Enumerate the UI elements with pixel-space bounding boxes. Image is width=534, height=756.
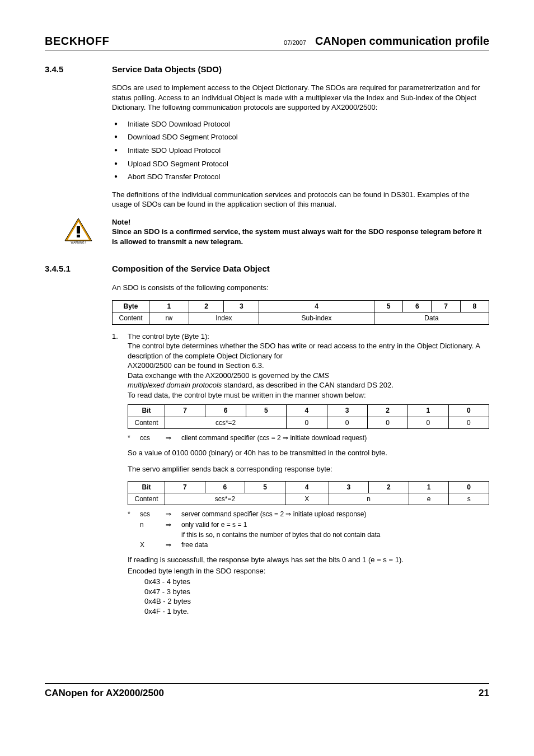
item-body: AX2000/2500 can be found in Section 6.3. — [128, 361, 489, 371]
table-header: 2 — [369, 482, 409, 493]
paragraph: So a value of 0100 0000 (binary) or 40h … — [128, 448, 489, 458]
list-item: Abort SDO Transfer Protocol — [112, 172, 489, 182]
item-number: 1. — [112, 332, 128, 400]
item-title: The control byte (Byte 1): — [128, 332, 489, 342]
legend-star: * — [128, 433, 134, 442]
table-header: 5 — [245, 482, 285, 493]
table-header: 7 — [165, 405, 205, 417]
legend-text: only valid for e = s = 1 — [181, 520, 489, 529]
table-header: Byte — [113, 301, 149, 312]
legend-text: server command specifier (scs = 2 ⇒ init… — [181, 510, 489, 519]
byte-table: Byte 1 2 3 4 5 6 7 8 Content rw Index Su… — [112, 300, 489, 324]
table-header: 6 — [205, 482, 245, 493]
legend-text: client command specifier (ccs = 2 ⇒ init… — [181, 433, 489, 442]
text-emphasis: multiplexed domain protocols — [128, 381, 222, 389]
table-header: 1 — [409, 482, 449, 493]
table-cell: 0 — [448, 417, 489, 428]
warning-note: WARNING ! Note! Since an SDO is a confir… — [45, 217, 489, 247]
table-header: 6 — [205, 405, 246, 417]
post-bullets-paragraph: The definitions of the individual commun… — [112, 190, 489, 209]
text-run: Data exchange with the AX2000/2500 is go… — [128, 371, 313, 380]
legend-abbr: ccs — [140, 433, 160, 442]
arrow-icon: ⇒ — [166, 520, 176, 529]
table-cell: e — [409, 493, 449, 505]
item-body: Data exchange with the AX2000/2500 is go… — [128, 371, 489, 381]
table-cell: scs*=2 — [165, 493, 285, 505]
footer-title: CANopen for AX2000/2500 — [45, 687, 164, 700]
warning-icon: WARNING ! — [62, 217, 95, 247]
legend-text: if this is so, n contains the number of … — [181, 530, 489, 539]
table-header: Bit — [128, 405, 165, 417]
note-text: Since an SDO is a confirmed service, the… — [112, 227, 489, 246]
encoded-item: 0x47 - 3 bytes — [144, 587, 489, 597]
table-cell: Sub-index — [259, 312, 374, 324]
legend-text: free data — [181, 540, 489, 549]
text-emphasis: CMS — [313, 371, 329, 380]
table-cell: Index — [189, 312, 259, 324]
brand-logo: BECKHOFF — [45, 34, 109, 49]
legend-star: * — [128, 510, 134, 519]
table-header: 6 — [403, 301, 432, 312]
table-cell: Content — [113, 312, 149, 324]
arrow-icon: ⇒ — [166, 540, 176, 549]
encoded-item: 0x4F - 1 byte. — [144, 606, 489, 617]
list-item: Initiate SDO Download Protocol — [112, 119, 489, 129]
table-header: 2 — [367, 405, 407, 417]
table-header: 3 — [327, 405, 367, 417]
svg-text:WARNING !: WARNING ! — [71, 241, 86, 244]
legend-abbr: X — [140, 540, 160, 549]
table-header: 4 — [287, 405, 327, 417]
paragraph: Encoded byte length in the SDO response: — [128, 566, 489, 576]
section-heading: 3.4.5 Service Data Objects (SDO) — [45, 64, 489, 75]
table-cell: X — [285, 493, 329, 505]
table-header: 8 — [460, 301, 489, 312]
subsection-intro: An SDO is consists of the following comp… — [112, 283, 489, 293]
legend-2: * scs ⇒ server command specifier (scs = … — [128, 510, 489, 549]
page-number: 21 — [479, 687, 489, 700]
table-header: 3 — [224, 301, 259, 312]
intro-paragraph: SDOs are used to implement access to the… — [112, 83, 489, 113]
table-header: 0 — [449, 482, 489, 493]
section-number: 3.4.5 — [45, 64, 112, 75]
table-cell: 0 — [408, 417, 448, 428]
table-cell: rw — [149, 312, 189, 324]
table-header: 0 — [448, 405, 489, 417]
table-cell: 0 — [287, 417, 327, 428]
list-item: Initiate SDO Upload Protocol — [112, 146, 489, 156]
table-header: 5 — [374, 301, 403, 312]
item-body: To read data, the control byte must be w… — [128, 390, 489, 400]
svg-rect-3 — [77, 235, 80, 237]
bit-table-2: Bit 7 6 5 4 3 2 1 0 Content scs*=2 X n e… — [128, 481, 489, 505]
legend-abbr: scs — [140, 510, 160, 519]
text-run: standard, as described in the CAN standa… — [222, 381, 393, 389]
arrow-icon: ⇒ — [166, 433, 176, 442]
subsection-number: 3.4.5.1 — [45, 263, 112, 274]
table-cell: 0 — [367, 417, 407, 428]
table-header: 5 — [246, 405, 286, 417]
paragraph: The servo amplifier sends back a corresp… — [128, 464, 489, 474]
numbered-list: 1. The control byte (Byte 1): The contro… — [112, 332, 489, 400]
legend-abbr: n — [140, 520, 160, 529]
item-body: The control byte determines whether the … — [128, 341, 489, 361]
item-body: multiplexed domain protocols standard, a… — [128, 380, 489, 390]
arrow-icon: ⇒ — [166, 510, 176, 519]
table-cell: Data — [374, 312, 489, 324]
note-label: Note! — [112, 217, 489, 227]
encoded-item: 0x43 - 4 bytes — [144, 577, 489, 587]
list-item: Download SDO Segment Protocol — [112, 132, 489, 142]
table-header: 2 — [189, 301, 224, 312]
section-title: Service Data Objects (SDO) — [112, 64, 222, 75]
encoded-list: 0x43 - 4 bytes 0x47 - 3 bytes 0x4B - 2 b… — [144, 577, 489, 616]
table-cell: n — [329, 493, 409, 505]
legend-1: * ccs ⇒ client command specifier (ccs = … — [128, 433, 489, 442]
table-cell: s — [449, 493, 489, 505]
header-date: 07/2007 — [284, 39, 306, 47]
protocol-list: Initiate SDO Download Protocol Download … — [112, 119, 489, 182]
table-cell: ccs*=2 — [165, 417, 287, 428]
page-footer: CANopen for AX2000/2500 21 — [45, 683, 489, 700]
table-header: 4 — [259, 301, 374, 312]
table-cell: 0 — [327, 417, 367, 428]
table-header: 1 — [408, 405, 448, 417]
paragraph: If reading is successfull, the response … — [128, 555, 489, 565]
svg-rect-2 — [77, 226, 80, 234]
